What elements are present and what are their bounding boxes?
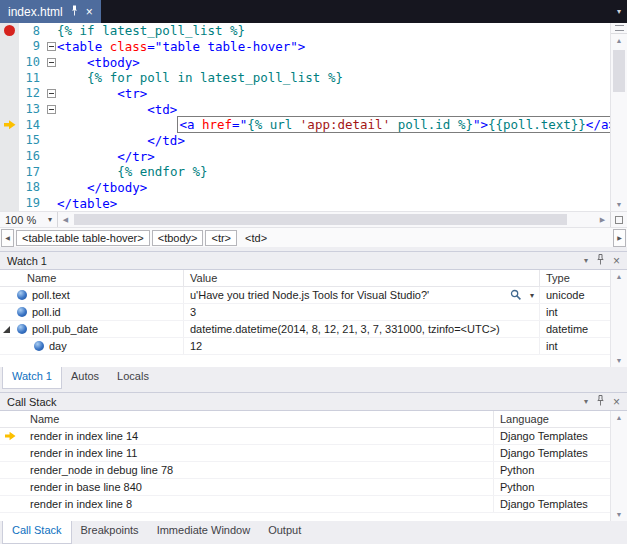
window-menu-icon[interactable]: ▾ xyxy=(584,397,588,406)
scroll-down-icon[interactable]: ▼ xyxy=(616,357,623,364)
watch-row[interactable]: poll.textu'Have you tried Node.js Tools … xyxy=(0,287,610,304)
tab-immediate-window[interactable]: Immediate Window xyxy=(148,521,260,544)
code-line[interactable]: </tr> xyxy=(57,148,610,164)
editor-vertical-scrollbar[interactable]: ▲ ▼ xyxy=(610,23,627,211)
code-line[interactable]: <tbody> xyxy=(57,54,610,70)
splitter-grip[interactable] xyxy=(611,23,627,34)
watch-row[interactable]: poll.pub_datedatetime.datetime(2014, 8, … xyxy=(0,321,610,338)
code-editor[interactable]: 8{% if latest_poll_list %}9<table class=… xyxy=(0,23,627,211)
scroll-left-icon[interactable]: ◀ xyxy=(58,216,73,224)
breakpoint-margin[interactable] xyxy=(0,70,19,86)
breakpoint-margin[interactable] xyxy=(0,133,19,149)
callstack-frame[interactable]: render in index line 14Django Templates xyxy=(0,428,610,445)
watch-row[interactable]: poll.id3int xyxy=(0,304,610,321)
close-icon[interactable]: × xyxy=(613,254,620,268)
editor-line[interactable]: 19</table> xyxy=(0,195,610,211)
column-header-name[interactable]: Name xyxy=(0,411,494,427)
breadcrumb-item[interactable]: <td> xyxy=(239,230,273,246)
breadcrumb-right-icon[interactable]: ▶ xyxy=(613,229,626,247)
editor-line[interactable]: 17{% endfor %} xyxy=(0,164,610,180)
editor-line[interactable]: 11{% for poll in latest_poll_list %} xyxy=(0,70,610,86)
pin-icon[interactable] xyxy=(596,254,605,267)
close-icon[interactable]: × xyxy=(613,395,620,409)
document-well-dropdown-icon[interactable]: ▾ xyxy=(617,0,621,23)
editor-line[interactable]: 14<a href="{% url 'app:detail' poll.id %… xyxy=(0,117,610,133)
window-menu-icon[interactable]: ▾ xyxy=(584,256,588,265)
close-icon[interactable]: × xyxy=(86,6,93,18)
tab-breakpoints[interactable]: Breakpoints xyxy=(72,521,148,544)
document-tab-index-html[interactable]: index.html × xyxy=(0,0,101,23)
column-header-value[interactable]: Value xyxy=(184,270,540,286)
tab-call-stack[interactable]: Call Stack xyxy=(2,521,72,544)
outlining-margin[interactable] xyxy=(46,105,57,114)
watch-panel-header[interactable]: Watch 1 ▾ × xyxy=(0,251,627,269)
breakpoint-margin[interactable] xyxy=(0,117,19,133)
callstack-frame[interactable]: render_node in debug line 78Python xyxy=(0,462,610,479)
code-line[interactable]: {% for poll in latest_poll_list %} xyxy=(57,70,610,86)
editor-line[interactable]: 8{% if latest_poll_list %} xyxy=(0,23,610,39)
collapse-region-icon[interactable] xyxy=(47,89,56,98)
scroll-down-icon[interactable]: ▼ xyxy=(616,511,623,518)
callstack-panel-header[interactable]: Call Stack ▾ × xyxy=(0,392,627,410)
code-line[interactable]: {% endfor %} xyxy=(57,164,610,180)
editor-line[interactable]: 13<td> xyxy=(0,101,610,117)
breakpoint-margin[interactable] xyxy=(0,148,19,164)
scroll-up-icon[interactable]: ▲ xyxy=(616,273,623,280)
editor-line[interactable]: 16</tr> xyxy=(0,148,610,164)
breadcrumb-item[interactable]: <tr> xyxy=(205,230,237,246)
text-visualizer-icon[interactable] xyxy=(510,289,522,303)
breakpoint-icon[interactable] xyxy=(4,25,15,36)
code-line[interactable]: <a href="{% url 'app:detail' poll.id %}"… xyxy=(57,117,610,133)
column-header-name[interactable]: Name xyxy=(0,270,184,286)
collapse-region-icon[interactable] xyxy=(47,42,56,51)
scrollbar-thumb[interactable] xyxy=(613,50,625,92)
expander[interactable] xyxy=(3,326,17,333)
code-line[interactable]: </tbody> xyxy=(57,180,610,196)
scrollbar-thumb[interactable] xyxy=(74,214,567,225)
tab-locals[interactable]: Locals xyxy=(108,367,158,389)
breadcrumb-left-icon[interactable]: ◀ xyxy=(1,229,14,247)
collapse-region-icon[interactable] xyxy=(47,105,56,114)
watch-row[interactable]: day12int xyxy=(0,338,610,355)
editor-line[interactable]: 9<table class="table table-hover"> xyxy=(0,39,610,55)
breakpoint-margin[interactable] xyxy=(0,101,19,117)
tab-autos[interactable]: Autos xyxy=(62,367,108,389)
breadcrumb-item[interactable]: <table.table table-hover> xyxy=(16,230,150,246)
editor-line[interactable]: 18</tbody> xyxy=(0,180,610,196)
breakpoint-margin[interactable] xyxy=(0,180,19,196)
horizontal-scrollbar[interactable] xyxy=(73,212,595,227)
code-line[interactable]: <td> xyxy=(57,101,610,117)
column-header-type[interactable]: Type xyxy=(540,270,610,286)
code-line[interactable]: </td> xyxy=(57,133,610,149)
outlining-margin[interactable] xyxy=(46,89,57,98)
watch-scrollbar[interactable]: ▲ ▼ xyxy=(610,270,627,367)
callstack-frame[interactable]: render in index line 11Django Templates xyxy=(0,445,610,462)
pin-icon[interactable] xyxy=(70,5,79,19)
breakpoint-margin[interactable] xyxy=(0,54,19,70)
breadcrumb-item[interactable]: <tbody> xyxy=(152,230,204,246)
tab-watch-1[interactable]: Watch 1 xyxy=(2,367,62,389)
column-header-language[interactable]: Language xyxy=(494,411,610,427)
code-line[interactable]: </table> xyxy=(57,195,610,211)
tab-output[interactable]: Output xyxy=(259,521,310,544)
breakpoint-margin[interactable] xyxy=(0,195,19,211)
callstack-scrollbar[interactable]: ▲ ▼ xyxy=(610,411,627,521)
scroll-right-icon[interactable]: ▶ xyxy=(595,216,610,224)
expanded-icon[interactable] xyxy=(3,326,10,333)
scroll-down-icon[interactable]: ▼ xyxy=(611,198,627,211)
collapse-region-icon[interactable] xyxy=(47,58,56,67)
callstack-frame[interactable]: render in base line 840Python xyxy=(0,479,610,496)
breakpoint-margin[interactable] xyxy=(0,23,19,39)
editor-line[interactable]: 10<tbody> xyxy=(0,54,610,70)
outlining-margin[interactable] xyxy=(46,58,57,67)
callstack-frame[interactable]: render in index line 8Django Templates xyxy=(0,496,610,513)
zoom-control[interactable]: 100 % ▾ xyxy=(0,212,58,227)
breakpoint-margin[interactable] xyxy=(0,86,19,102)
code-line[interactable]: <table class="table table-hover"> xyxy=(57,39,610,55)
scroll-up-icon[interactable]: ▲ xyxy=(611,34,627,47)
pin-icon[interactable] xyxy=(596,395,605,408)
breakpoint-margin[interactable] xyxy=(0,164,19,180)
code-line[interactable]: {% if latest_poll_list %} xyxy=(57,23,610,39)
chevron-down-icon[interactable]: ▾ xyxy=(530,291,534,300)
editor-line[interactable]: 15</td> xyxy=(0,133,610,149)
